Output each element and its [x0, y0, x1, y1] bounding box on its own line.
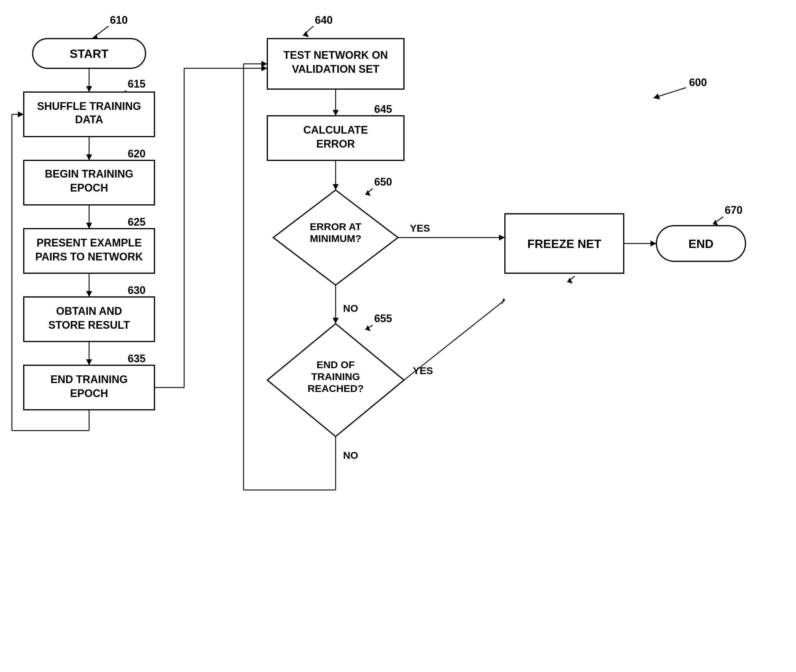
present-label: PRESENT EXAMPLE	[37, 237, 142, 249]
ref-635: 635	[128, 352, 146, 365]
start-label: START	[70, 47, 109, 60]
yes-label-2: YES	[413, 365, 433, 376]
calc-error-label2: ERROR	[316, 138, 355, 150]
ref-630: 630	[128, 284, 146, 296]
ref-610: 610	[110, 14, 128, 26]
no-label-2: NO	[343, 450, 358, 461]
begin-epoch-label: BEGIN TRAINING	[45, 168, 133, 180]
ref-615: 615	[128, 78, 146, 90]
no-label-1: NO	[343, 302, 358, 314]
obtain-label: OBTAIN AND	[56, 305, 122, 317]
yes-label-1: YES	[410, 222, 430, 234]
test-network-label: TEST NETWORK ON	[283, 49, 388, 61]
present-label2: PAIRS TO NETWORK	[35, 251, 143, 263]
ref-625: 625	[128, 216, 146, 228]
test-network-label2: VALIDATION SET	[292, 63, 380, 75]
shuffle-label2: DATA	[75, 114, 103, 126]
end-epoch-label2: EPOCH	[70, 387, 108, 399]
end-label: END	[689, 237, 713, 250]
error-min-label: ERROR AT	[310, 221, 362, 232]
ref-655: 655	[374, 312, 392, 325]
shuffle-label: SHUFFLE TRAINING	[37, 100, 141, 112]
begin-epoch-label2: EPOCH	[70, 182, 108, 194]
ref-640: 640	[315, 14, 333, 26]
end-training-label: END OF	[317, 359, 355, 370]
ref-650: 650	[374, 176, 392, 188]
end-training-label3: REACHED?	[308, 383, 364, 394]
calc-error-label: CALCULATE	[303, 124, 368, 136]
freeze-net-label: FREEZE NET	[527, 237, 601, 250]
ref-620: 620	[128, 147, 146, 160]
error-min-label2: MINIMUM?	[310, 233, 362, 244]
ref-600: 600	[689, 76, 707, 88]
end-epoch-label: END TRAINING	[51, 373, 128, 386]
ref-645: 645	[374, 103, 392, 115]
end-training-label2: TRAINING	[311, 371, 360, 382]
obtain-label2: STORE RESULT	[48, 319, 130, 331]
ref-670: 670	[725, 204, 743, 216]
